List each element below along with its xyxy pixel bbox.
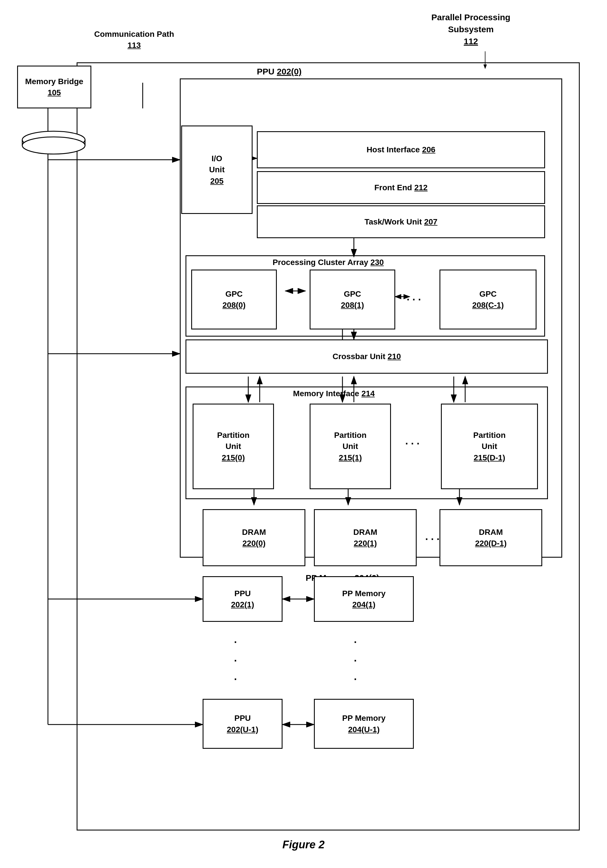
gpc-c1-label: GPC208(C-1) xyxy=(472,288,504,311)
dram1-box: DRAM220(1) xyxy=(314,509,417,566)
pp-memory-dots: ··· xyxy=(354,633,357,688)
memory-bridge-label: Memory Bridge105 xyxy=(25,76,83,98)
partition0-box: PartitionUnit215(0) xyxy=(193,404,274,489)
dram1-label: DRAM220(1) xyxy=(353,527,377,549)
partition1-box: PartitionUnit215(1) xyxy=(310,404,391,489)
gpc1-dots-arrow xyxy=(394,292,411,301)
diagram: Memory Bridge105 Communication Path 113 … xyxy=(0,0,607,868)
crossbar-unit-label: Crossbar Unit 210 xyxy=(332,351,401,362)
svg-point-12 xyxy=(22,137,85,154)
io-unit-label: I/OUnit205 xyxy=(209,153,225,186)
gpc0-label: GPC208(0) xyxy=(223,288,246,311)
memory-bridge-box: Memory Bridge105 xyxy=(17,66,91,108)
ppu1-label: PPU202(1) xyxy=(231,588,254,610)
pps-label: Parallel Processing Subsystem 112 xyxy=(428,11,514,47)
gpc1-box: GPC208(1) xyxy=(310,270,395,329)
pp-memory-u1-box: PP Memory204(U-1) xyxy=(314,699,414,749)
gpc0-box: GPC208(0) xyxy=(191,270,277,329)
ppu-u1-label: PPU202(U-1) xyxy=(227,713,258,735)
front-end-label: Front End 212 xyxy=(374,182,428,193)
task-work-unit-box: Task/Work Unit 207 xyxy=(257,205,545,238)
pps-arrow xyxy=(471,48,500,71)
partition-d1-label: PartitionUnit215(D-1) xyxy=(473,429,506,463)
host-interface-box: Host Interface 206 xyxy=(257,131,545,168)
ppu1-box: PPU202(1) xyxy=(203,576,283,622)
partition-dots: · · · xyxy=(405,438,419,450)
dram0-box: DRAM220(0) xyxy=(203,509,305,566)
crossbar-unit-box: Crossbar Unit 210 xyxy=(185,339,548,374)
dram-dots: · · · xyxy=(425,533,439,546)
partition-d1-box: PartitionUnit215(D-1) xyxy=(441,404,538,489)
dram-d1-box: DRAM220(D-1) xyxy=(439,509,542,566)
dram0-label: DRAM220(0) xyxy=(242,527,266,549)
partition0-label: PartitionUnit215(0) xyxy=(217,429,250,463)
front-end-box: Front End 212 xyxy=(257,171,545,204)
ppu-dots: ··· xyxy=(234,633,237,688)
gpc1-label: GPC208(1) xyxy=(341,288,364,311)
memory-interface-label: Memory Interface 214 xyxy=(248,388,419,399)
pp-memory-u1-label: PP Memory204(U-1) xyxy=(342,713,385,735)
io-unit-box: I/OUnit205 xyxy=(181,126,253,214)
svg-point-11 xyxy=(22,131,85,148)
comm-path-label: Communication Path 113 xyxy=(94,28,174,51)
pp-memory1-label: PP Memory204(1) xyxy=(342,588,385,610)
task-work-unit-label: Task/Work Unit 207 xyxy=(365,216,438,227)
dram-d1-label: DRAM220(D-1) xyxy=(475,527,506,549)
pp-memory1-box: PP Memory204(1) xyxy=(314,576,414,622)
pca-label: Processing Cluster Array 230 xyxy=(228,257,428,268)
ppu-u1-box: PPU202(U-1) xyxy=(203,699,283,749)
gpc-c1-box: GPC208(C-1) xyxy=(439,270,537,329)
partition1-label: PartitionUnit215(1) xyxy=(334,429,367,463)
figure-label: Figure 2 xyxy=(0,839,607,851)
ppu0-label: PPU 202(0) xyxy=(257,66,302,78)
host-interface-label: Host Interface 206 xyxy=(366,144,435,155)
